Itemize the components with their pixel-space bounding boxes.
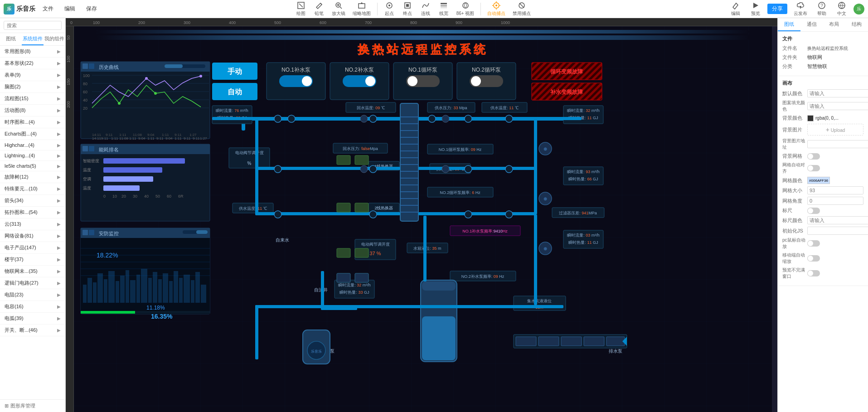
- sidebar-item-switch[interactable]: 开关、断...(46) ▶: [0, 325, 65, 336]
- preview-window-toggle[interactable]: [807, 270, 820, 276]
- sidebar-item-cloud[interactable]: 云(313) ▶: [0, 218, 65, 230]
- canvas-section-title: 画布: [782, 80, 863, 87]
- menu-edit[interactable]: 编辑: [63, 4, 77, 14]
- tool-editmode[interactable]: 编辑: [727, 0, 744, 18]
- tool-minimap[interactable]: 缩略地图: [350, 0, 373, 18]
- svg-text:⊕: ⊕: [543, 246, 547, 251]
- svg-text:空调: 空调: [83, 177, 91, 181]
- svg-text:NO.2循环泵: NO.2循环泵: [472, 67, 501, 73]
- tool-view[interactable]: 86+ 视图: [454, 0, 477, 18]
- tool-line[interactable]: 连线: [417, 0, 434, 18]
- share-button[interactable]: 分享: [767, 4, 787, 14]
- tool-preview[interactable]: 预览: [747, 0, 764, 18]
- sidebar-item-resistor[interactable]: 电阻(23) ▶: [0, 289, 65, 301]
- sidebar-item-basic-shapes[interactable]: 基本形状(22) ▶: [0, 58, 65, 69]
- sidebar-item-network[interactable]: 网络设备(81) ▶: [0, 230, 65, 242]
- draw-icon: [296, 1, 305, 10]
- init-js-input[interactable]: [807, 227, 868, 235]
- sidebar-item-logic-gate[interactable]: 逻辑门电路(27) ▶: [0, 277, 65, 289]
- svg-text:14:11: 14:11: [92, 136, 102, 141]
- chevron-icon: ▶: [57, 120, 61, 125]
- pc-zoom-toggle[interactable]: [807, 240, 820, 247]
- sidebar-item-activity[interactable]: 活动图(8) ▶: [0, 105, 65, 116]
- svg-text:60: 60: [83, 90, 87, 94]
- sidebar-item-forms[interactable]: 表单(9) ▶: [0, 69, 65, 81]
- grid-angle-input[interactable]: [807, 197, 863, 205]
- svg-text:9:11: 9:11: [101, 136, 108, 141]
- ruler-color-input[interactable]: [807, 216, 868, 224]
- svg-text:60: 60: [167, 194, 171, 199]
- ruler-left: 50 100 150 200: [66, 26, 74, 412]
- svg-point-281: [369, 165, 377, 173]
- tool-lang[interactable]: 中文: [834, 0, 850, 18]
- right-tab-comm[interactable]: 通信: [800, 18, 823, 31]
- svg-text:9:11: 9:11: [193, 136, 200, 141]
- tab-my-components[interactable]: 我的组件: [44, 33, 65, 45]
- mobile-zoom-toggle[interactable]: [807, 255, 820, 262]
- sidebar-item-sequence[interactable]: 时序图和...(4) ▶: [0, 116, 65, 128]
- tool-draw[interactable]: 绘图: [293, 0, 309, 18]
- tool-zoom[interactable]: 放大镜: [329, 0, 348, 18]
- tool-help[interactable]: ? 帮助: [814, 0, 830, 18]
- grid-color-box[interactable]: #006AFF36: [807, 177, 830, 184]
- svg-point-16: [463, 3, 468, 8]
- search-input[interactable]: [4, 21, 62, 30]
- sidebar-item-special[interactable]: 特殊要元...(10) ▶: [0, 183, 65, 195]
- app-logo[interactable]: 乐 乐音乐: [4, 4, 35, 15]
- sidebar-item-common-shapes[interactable]: 常用图形(8) ▶: [0, 46, 65, 58]
- bg-image-url-input[interactable]: [807, 140, 868, 148]
- tool-linewidth[interactable]: 线宽: [436, 0, 452, 18]
- canvas-area[interactable]: 0 100 200 300 400 500 600 700 800 900 10…: [66, 18, 777, 412]
- svg-rect-131: [103, 167, 162, 173]
- svg-point-277: [428, 115, 436, 122]
- default-color-input[interactable]: [807, 89, 868, 97]
- sidebar-item-highcharts[interactable]: Highchar...(4) ▶: [0, 140, 65, 150]
- tool-end[interactable]: 终点: [399, 0, 416, 18]
- right-tab-layout[interactable]: 布局: [823, 18, 846, 31]
- sidebar-item-arrows[interactable]: 箭头(34) ▶: [0, 195, 65, 207]
- tool-cloud[interactable]: 云发布: [791, 0, 810, 18]
- library-manager[interactable]: ⊞ 图形库管理: [0, 399, 65, 412]
- sidebar-item-building[interactable]: 楼宇(37) ▶: [0, 254, 65, 266]
- sidebar-item-fault-tree[interactable]: 故障树(12) ▶: [0, 171, 65, 183]
- prop-init-js: 初始化JS: [782, 227, 863, 235]
- user-avatar[interactable]: 乐: [853, 4, 864, 15]
- svg-line-4: [340, 7, 342, 9]
- sidebar-item-electronics[interactable]: 电子产品(147) ▶: [0, 242, 65, 254]
- sidebar-item-lightning[interactable]: Lightning...(4) ▶: [0, 150, 65, 161]
- tool-pencil[interactable]: 铅笔: [311, 0, 327, 18]
- upload-button[interactable]: + Upload: [807, 124, 863, 136]
- tool-start[interactable]: 起点: [381, 0, 398, 18]
- grid-snap-toggle[interactable]: [807, 165, 820, 171]
- svg-text:9:04: 9:04: [165, 136, 173, 141]
- svg-rect-266: [418, 167, 536, 170]
- right-tab-drawing[interactable]: 图纸: [778, 18, 800, 31]
- sidebar-item-flowchart[interactable]: 流程图(15) ▶: [0, 93, 65, 105]
- sidebar-item-arc[interactable]: 电弧(39) ▶: [0, 313, 65, 325]
- svg-text:回水温度: 09 ℃: 回水温度: 09 ℃: [357, 106, 385, 110]
- sidebar-item-echarts[interactable]: Echarts图...(4) ▶: [0, 128, 65, 140]
- svg-rect-312: [337, 203, 350, 212]
- sidebar-item-mindmap[interactable]: 脑图(2) ▶: [0, 81, 65, 93]
- right-panel: 图纸 通信 布局 结构 文件 文件名 换热站远程监控系统 文件夹 物联网 分类 …: [777, 18, 868, 412]
- svg-rect-270: [534, 117, 537, 214]
- sidebar-item-capacitor[interactable]: 电容(16) ▶: [0, 301, 65, 313]
- tab-system-components[interactable]: 系统组件: [22, 33, 44, 45]
- grid-size-input[interactable]: [807, 186, 863, 194]
- sidebar-item-topology[interactable]: 拓扑图和...(54) ▶: [0, 207, 65, 218]
- tab-drawings[interactable]: 图纸: [0, 33, 22, 45]
- tool-autosnap[interactable]: 自动捕点: [485, 0, 508, 18]
- tool-forbidsnap[interactable]: 禁用捕点: [510, 0, 533, 18]
- menu-save[interactable]: 保存: [84, 4, 99, 14]
- svg-rect-315: [355, 155, 369, 165]
- bg-grid-toggle[interactable]: [807, 153, 820, 160]
- right-tab-structure[interactable]: 结构: [845, 18, 868, 31]
- bg-color-swatch[interactable]: [807, 115, 814, 121]
- svg-text:100: 100: [83, 73, 90, 78]
- sidebar-item-le5le[interactable]: le5le charts(5) ▶: [0, 161, 65, 171]
- sidebar-item-iot[interactable]: 物联网未...(35) ▶: [0, 266, 65, 277]
- fill-color-input[interactable]: [807, 102, 868, 110]
- chevron-icon: ▶: [57, 49, 61, 54]
- menu-file[interactable]: 文件: [41, 4, 55, 14]
- ruler-toggle[interactable]: [807, 208, 820, 214]
